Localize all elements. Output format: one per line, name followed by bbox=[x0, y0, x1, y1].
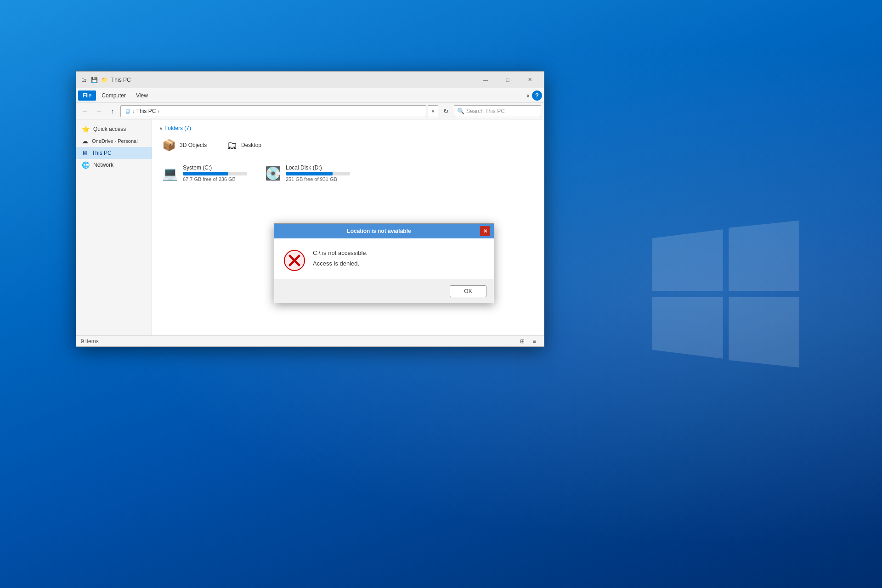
drive-d-info: Local Disk (D:) 251 GB free of 931 GB bbox=[286, 164, 350, 182]
path-this-pc: This PC bbox=[136, 108, 156, 114]
onedrive-icon: ☁ bbox=[82, 137, 88, 145]
network-icon: 🌐 bbox=[82, 161, 90, 169]
drive-d-bar bbox=[286, 172, 333, 175]
search-icon: 🔍 bbox=[457, 107, 464, 114]
window-title: This PC bbox=[111, 77, 475, 83]
drive-item-c[interactable]: 💻 System (C:) 67.7 GB free of 236 GB bbox=[159, 163, 251, 184]
dialog-body: C:\ is not accessible. Access is denied. bbox=[274, 238, 494, 279]
error-dialog: Location is not available ✕ C:\ is not a… bbox=[274, 223, 494, 303]
drive-c-bar bbox=[183, 172, 228, 175]
drive-c-bar-container bbox=[183, 172, 247, 175]
folder-label-3d-objects: 3D Objects bbox=[180, 142, 207, 148]
path-separator: › bbox=[133, 108, 135, 114]
sidebar-label-onedrive: OneDrive - Personal bbox=[92, 138, 138, 144]
help-button[interactable]: ? bbox=[532, 90, 542, 101]
drive-c-space: 67.7 GB free of 236 GB bbox=[183, 176, 247, 182]
drive-c-info: System (C:) 67.7 GB free of 236 GB bbox=[183, 164, 247, 182]
window-controls: — □ ✕ bbox=[475, 73, 540, 87]
drives-section: 💻 System (C:) 67.7 GB free of 236 GB 💽 bbox=[159, 163, 537, 184]
dialog-title-bar: Location is not available ✕ bbox=[274, 224, 494, 238]
drive-d-icon: 💽 bbox=[265, 166, 281, 181]
close-button[interactable]: ✕ bbox=[519, 73, 540, 87]
menu-item-file[interactable]: File bbox=[78, 90, 96, 101]
up-button[interactable]: ↑ bbox=[107, 105, 119, 117]
drive-d-name: Local Disk (D:) bbox=[286, 164, 350, 171]
this-pc-icon: 🖥 bbox=[82, 149, 88, 157]
sidebar-item-onedrive[interactable]: ☁ OneDrive - Personal bbox=[76, 135, 152, 147]
sidebar-item-this-pc[interactable]: 🖥 This PC bbox=[76, 147, 152, 159]
drive-c-icon: 💻 bbox=[162, 166, 178, 181]
desktop-folder-icon: 🗂 bbox=[226, 139, 237, 152]
dialog-main-text: C:\ is not accessible. bbox=[313, 249, 485, 256]
folder-new-icon: 📁 bbox=[100, 76, 108, 84]
minimize-button[interactable]: — bbox=[475, 73, 496, 87]
drive-d-space: 251 GB free of 931 GB bbox=[286, 176, 350, 182]
folders-grid: 📦 3D Objects 🗂 Desktop bbox=[159, 137, 537, 153]
3d-objects-icon: 📦 bbox=[162, 139, 176, 152]
drives-grid: 💻 System (C:) 67.7 GB free of 236 GB 💽 bbox=[159, 163, 537, 184]
ribbon-expand-icon[interactable]: ∨ bbox=[526, 92, 530, 99]
dialog-close-button[interactable]: ✕ bbox=[480, 226, 490, 236]
search-placeholder-text: Search This PC bbox=[466, 108, 505, 114]
folder-item-desktop[interactable]: 🗂 Desktop bbox=[224, 137, 279, 153]
refresh-button[interactable]: ↻ bbox=[440, 105, 452, 117]
status-bar: 9 items ⊞ ≡ bbox=[76, 335, 544, 346]
folder-small-icon: 🗂 bbox=[80, 76, 88, 84]
floppy-icon: 💾 bbox=[90, 76, 98, 84]
search-box[interactable]: 🔍 Search This PC bbox=[454, 105, 541, 117]
folder-label-desktop: Desktop bbox=[241, 142, 261, 148]
dialog-text-area: C:\ is not accessible. Access is denied. bbox=[313, 249, 485, 267]
status-bar-right: ⊞ ≡ bbox=[517, 337, 539, 345]
back-button[interactable]: ← bbox=[79, 105, 91, 117]
folders-chevron-icon: ∨ bbox=[159, 126, 163, 131]
maximize-button[interactable]: □ bbox=[497, 73, 518, 87]
sidebar: ⭐ Quick access ☁ OneDrive - Personal 🖥 T… bbox=[76, 119, 152, 335]
menu-item-view[interactable]: View bbox=[131, 90, 153, 101]
drive-c-name: System (C:) bbox=[183, 164, 247, 171]
error-icon bbox=[283, 249, 305, 271]
view-list-button[interactable]: ≡ bbox=[529, 337, 539, 345]
folders-section-label: Folders (7) bbox=[164, 125, 191, 131]
sidebar-label-this-pc: This PC bbox=[92, 150, 112, 156]
address-bar: ← → ↑ 🖥 › This PC › ∨ ↻ 🔍 Search This PC bbox=[76, 103, 544, 119]
sidebar-label-quick-access: Quick access bbox=[93, 126, 126, 132]
sidebar-item-network[interactable]: 🌐 Network bbox=[76, 159, 152, 171]
dialog-footer: OK bbox=[274, 279, 494, 303]
dialog-ok-button[interactable]: OK bbox=[450, 285, 486, 297]
title-bar: 🗂 💾 📁 This PC — □ ✕ bbox=[76, 72, 544, 88]
sidebar-item-quick-access[interactable]: ⭐ Quick access bbox=[76, 123, 152, 135]
view-tiles-button[interactable]: ⊞ bbox=[517, 337, 527, 345]
quick-access-icon: ⭐ bbox=[82, 125, 90, 133]
explorer-window: 🗂 💾 📁 This PC — □ ✕ File Computer View ∨… bbox=[76, 71, 544, 347]
dialog-title: Location is not available bbox=[278, 228, 480, 234]
path-pc-icon: 🖥 bbox=[124, 107, 131, 115]
title-bar-icons: 🗂 💾 📁 bbox=[80, 76, 108, 84]
menu-item-computer[interactable]: Computer bbox=[97, 90, 130, 101]
forward-button[interactable]: → bbox=[93, 105, 105, 117]
windows-logo-decoration bbox=[652, 220, 799, 368]
drive-d-bar-container bbox=[286, 172, 350, 175]
path-arrow: › bbox=[158, 108, 159, 114]
dialog-sub-text: Access is denied. bbox=[313, 260, 485, 267]
address-path[interactable]: 🖥 › This PC › bbox=[120, 105, 426, 117]
menu-bar-right: ∨ ? bbox=[526, 90, 542, 101]
folders-section-header: ∨ Folders (7) bbox=[159, 125, 537, 131]
sidebar-label-network: Network bbox=[93, 162, 113, 168]
menu-bar: File Computer View ∨ ? bbox=[76, 88, 544, 103]
drive-item-d[interactable]: 💽 Local Disk (D:) 251 GB free of 931 GB bbox=[262, 163, 354, 184]
folder-item-3d-objects[interactable]: 📦 3D Objects bbox=[159, 137, 215, 153]
items-count: 9 items bbox=[81, 338, 99, 345]
address-dropdown-button[interactable]: ∨ bbox=[428, 105, 438, 117]
